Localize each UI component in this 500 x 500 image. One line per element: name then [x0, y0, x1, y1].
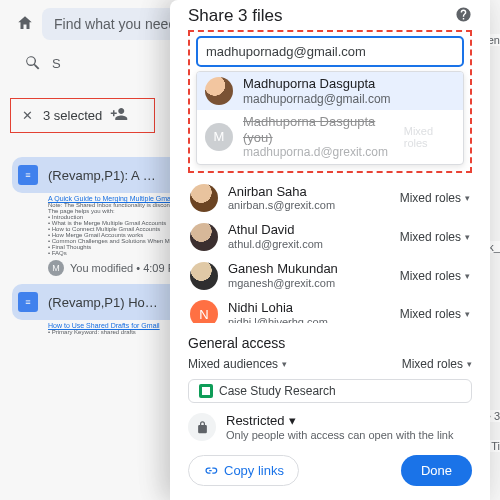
suggestion-list: Madhuporna Dasgupta madhupornadg@gmail.c…	[196, 71, 464, 165]
restricted-desc: Only people with access can open with th…	[226, 429, 453, 441]
chevron-down-icon: ▾	[465, 271, 470, 281]
selection-chip[interactable]: ✕ 3 selected	[10, 98, 155, 133]
audience-dropdown[interactable]: Mixed audiences▾	[188, 357, 287, 371]
shared-drive-icon	[199, 384, 213, 398]
avatar: N	[190, 300, 218, 323]
docs-icon: ≡	[18, 292, 38, 312]
docs-icon: ≡	[18, 165, 38, 185]
people-input[interactable]: madhupornadg@gmail.com	[196, 36, 464, 67]
avatar	[190, 184, 218, 212]
chevron-down-icon: ▾	[467, 359, 472, 369]
person-name: Ganesh Mukundan	[228, 261, 390, 277]
dialog-title: Share 3 files	[188, 6, 283, 26]
access-row: N Nidhi Lohia nidhi.l@hiverhq.com Mixed …	[188, 295, 472, 323]
suggestion-email: madhupornadg@gmail.com	[243, 92, 391, 106]
audience-role-dropdown[interactable]: Mixed roles▾	[402, 357, 472, 371]
close-icon[interactable]: ✕	[19, 108, 35, 124]
role-dropdown[interactable]: Mixed roles▾	[400, 191, 470, 205]
chevron-down-icon: ▾	[282, 359, 287, 369]
person-email: athul.d@grexit.com	[228, 238, 390, 251]
person-name: Nidhi Lohia	[228, 300, 390, 316]
avatar: M	[205, 123, 233, 151]
shared-drive-chip[interactable]: Case Study Research	[188, 379, 472, 403]
copy-links-button[interactable]: Copy links	[188, 455, 299, 486]
suggestion-email: madhuporna.d@grexit.com	[243, 145, 394, 159]
doc-title-2: (Revamp,P1) How to U	[48, 295, 158, 310]
search-typed: S	[52, 56, 61, 71]
chevron-down-icon: ▾	[289, 413, 296, 428]
share-dialog: Share 3 files madhupornadg@gmail.com Mad…	[170, 0, 490, 500]
chevron-down-icon: ▾	[465, 232, 470, 242]
search-icon	[24, 54, 42, 72]
help-icon[interactable]	[455, 6, 472, 26]
selection-count: 3 selected	[43, 108, 102, 123]
chevron-down-icon: ▾	[465, 193, 470, 203]
person-email: nidhi.l@hiverhq.com	[228, 316, 390, 324]
avatar	[190, 223, 218, 251]
restricted-dropdown[interactable]: Restricted▾	[226, 413, 453, 428]
suggestion-name: Madhuporna Dasgupta	[243, 76, 391, 92]
avatar	[190, 262, 218, 290]
person-email: mganesh@grexit.com	[228, 277, 390, 290]
access-row: Anirban Saha anirban.s@grexit.com Mixed …	[188, 179, 472, 218]
person-name: Athul David	[228, 222, 390, 238]
suggestion-item[interactable]: Madhuporna Dasgupta madhupornadg@gmail.c…	[197, 72, 463, 110]
doc-title-1: (Revamp,P1): A Quick	[48, 168, 158, 183]
people-input-area: madhupornadg@gmail.com Madhuporna Dasgup…	[188, 30, 472, 173]
chevron-down-icon: ▾	[465, 309, 470, 319]
role-dropdown[interactable]: Mixed roles▾	[400, 307, 470, 321]
home-icon	[16, 14, 34, 35]
people-with-access: Anirban Saha anirban.s@grexit.com Mixed …	[188, 179, 472, 323]
link-access-row: Restricted▾ Only people with access can …	[188, 413, 472, 441]
avatar	[205, 77, 233, 105]
role-dropdown[interactable]: Mixed roles▾	[400, 230, 470, 244]
person-email: anirban.s@grexit.com	[228, 199, 390, 212]
copy-links-label: Copy links	[224, 463, 284, 478]
suggestion-name: Madhuporna Dasgupta (you)	[243, 114, 394, 145]
general-access-heading: General access	[188, 335, 472, 351]
role-label: Mixed roles	[404, 125, 455, 149]
access-row: Ganesh Mukundan mganesh@grexit.com Mixed…	[188, 256, 472, 295]
avatar: M	[48, 260, 64, 276]
role-dropdown[interactable]: Mixed roles▾	[400, 269, 470, 283]
lock-icon	[188, 413, 216, 441]
person-add-icon[interactable]	[110, 105, 128, 126]
person-name: Anirban Saha	[228, 184, 390, 200]
access-row: Athul David athul.d@grexit.com Mixed rol…	[188, 217, 472, 256]
suggestion-item[interactable]: M Madhuporna Dasgupta (you) madhuporna.d…	[197, 110, 463, 164]
done-button[interactable]: Done	[401, 455, 472, 486]
shared-drive-label: Case Study Research	[219, 384, 336, 398]
